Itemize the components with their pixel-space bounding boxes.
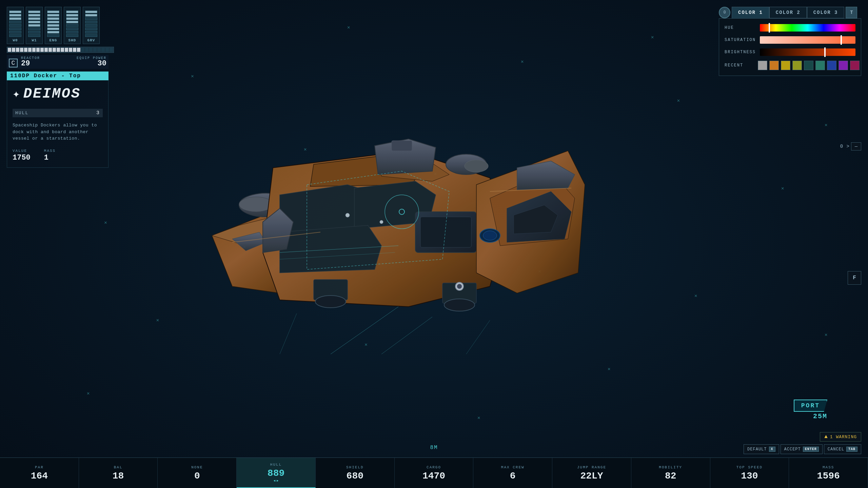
brightness-label: BRIGHTNESS — [725, 50, 755, 55]
stat-jump-range[interactable]: JUMP RANGE 22LY — [552, 458, 631, 488]
color-tab-1[interactable]: COLOR 1 — [732, 7, 769, 18]
reactor-c-badge: C — [9, 59, 18, 67]
recent-swatch-7[interactable] — [839, 61, 848, 70]
stat-bal-label: BAL — [114, 465, 123, 469]
cancel-button[interactable]: CANCEL TAB — [824, 444, 861, 454]
default-button[interactable]: DEFAULT X — [744, 444, 779, 454]
color-tab-2[interactable]: COLOR 2 — [769, 7, 807, 18]
mass-label: MASS — [44, 149, 56, 153]
accept-button[interactable]: ACCEPT ENTER — [781, 444, 823, 454]
svg-point-28 — [346, 213, 350, 217]
f-button[interactable]: F — [848, 271, 861, 285]
hue-slider[interactable] — [760, 24, 855, 32]
value-stat: VALUE 1750 — [13, 149, 31, 162]
stat-bal-value: 18 — [113, 471, 124, 481]
cross-marker: ✕ — [781, 185, 784, 191]
warning-text: 1 WARNING — [830, 434, 857, 440]
recent-swatch-1[interactable] — [769, 61, 779, 70]
recent-swatch-3[interactable] — [792, 61, 802, 70]
stat-mobility-value: 82 — [665, 471, 676, 481]
bottom-stats-bar: PAR 164 BAL 18 NONE 0 HULL 889 ◀ ▶ SHIEL… — [0, 458, 868, 488]
warning-icon: ▲ — [824, 434, 828, 440]
weapon-slot-w0-label: W0 — [13, 38, 18, 42]
weapon-slot-w1[interactable]: W1 — [26, 7, 43, 44]
stat-cargo-label: CARGO — [427, 465, 441, 469]
svg-rect-14 — [392, 141, 412, 151]
stat-none-label: NONE — [191, 465, 203, 469]
arrow-minus-btn[interactable]: — — [851, 142, 861, 150]
stat-mobility[interactable]: MOBILITY 82 — [631, 458, 710, 488]
ship-name-text: 110DP Docker - Top — [10, 73, 81, 79]
cancel-key: TAB — [846, 447, 857, 452]
stat-hull-value: 889 — [268, 469, 284, 478]
stat-max-crew[interactable]: MAX CREW 6 — [473, 458, 552, 488]
weapon-slot-w0[interactable]: W0 — [7, 7, 24, 44]
saturation-row: SATURATION — [725, 36, 855, 44]
mass-stat: MASS 1 — [44, 149, 56, 162]
ship-description: Spaceship Dockers allow you to dock with… — [13, 122, 103, 142]
stat-max-crew-value: 6 — [510, 471, 516, 481]
recent-colors — [758, 61, 860, 70]
stat-hull-arrows: ◀ ▶ — [274, 479, 279, 483]
ship-logo: ✦ DEIMOS — [13, 86, 103, 102]
stat-mass-value: 1596 — [817, 471, 840, 481]
arrow-buttons: — — [851, 142, 861, 150]
power-bar — [7, 47, 114, 53]
recent-swatch-0[interactable] — [758, 61, 767, 70]
accept-label: ACCEPT — [784, 447, 801, 452]
stat-max-crew-label: MAX CREW — [501, 465, 525, 469]
weapon-slots-container: W0 W1 — [7, 7, 108, 44]
weapon-slot-grv[interactable]: GRV — [83, 7, 100, 44]
reactor-row: C REACTOR 29 EQUIP POWER 30 — [7, 55, 108, 69]
stat-hull-label: HULL — [270, 463, 282, 467]
accept-key: ENTER — [803, 447, 819, 452]
stat-mass[interactable]: MASS 1596 — [789, 458, 868, 488]
port-distance: 25M — [794, 412, 827, 420]
stat-none[interactable]: NONE 0 — [158, 458, 237, 488]
recent-swatch-5[interactable] — [815, 61, 825, 70]
recent-swatch-2[interactable] — [781, 61, 790, 70]
value-label: VALUE — [13, 149, 31, 153]
action-buttons: DEFAULT X ACCEPT ENTER CANCEL TAB — [744, 444, 861, 454]
stat-shield-label: SHIELD — [346, 465, 364, 469]
color-tab-3[interactable]: COLOR 3 — [807, 7, 845, 18]
port-label: PORT — [794, 400, 827, 412]
recent-row: RECENT — [725, 61, 855, 70]
arrow-control: 0 > — — [840, 142, 861, 150]
brightness-row: BRIGHTNESS — [725, 48, 855, 56]
stat-par[interactable]: PAR 164 — [0, 458, 79, 488]
weapon-slot-shd[interactable]: SHD — [64, 7, 81, 44]
color-tab-2-label: COLOR 2 — [776, 10, 801, 15]
color-circle-label: 0 — [723, 10, 726, 15]
stat-top-speed[interactable]: TOP SPEED 130 — [710, 458, 789, 488]
weapon-slot-eng[interactable]: ENG — [45, 7, 62, 44]
color-tab-t[interactable]: T — [846, 7, 857, 18]
stat-bal[interactable]: BAL 18 — [79, 458, 158, 488]
left-panel: W0 W1 — [7, 7, 108, 168]
weapon-slot-eng-label: ENG — [50, 38, 57, 42]
equip-power-col: EQUIP POWER 30 — [77, 56, 106, 67]
value-number: 1750 — [13, 154, 31, 162]
recent-swatch-8[interactable] — [850, 61, 860, 70]
arrow-right: ▶ — [277, 479, 278, 483]
cancel-label: CANCEL — [828, 447, 844, 452]
stat-hull[interactable]: HULL 889 ◀ ▶ — [237, 458, 316, 488]
color-circle-btn[interactable]: 0 — [719, 7, 730, 18]
recent-label: RECENT — [725, 63, 755, 68]
svg-rect-12 — [420, 217, 471, 247]
saturation-slider[interactable] — [760, 36, 855, 44]
recent-swatch-4[interactable] — [804, 61, 813, 70]
stat-cargo-value: 1470 — [422, 471, 445, 481]
power-bar-row — [7, 47, 108, 53]
saturation-label: SATURATION — [725, 38, 755, 42]
svg-line-41 — [381, 317, 432, 354]
brightness-slider[interactable] — [760, 48, 855, 56]
ship-viewport — [85, 17, 712, 454]
grid-value: 8M — [430, 445, 438, 451]
hue-label: HUE — [725, 25, 755, 30]
weapon-slot-w1-label: W1 — [32, 38, 37, 42]
stat-shield[interactable]: SHIELD 680 — [316, 458, 395, 488]
stat-par-label: PAR — [35, 465, 44, 469]
recent-swatch-6[interactable] — [827, 61, 836, 70]
stat-cargo[interactable]: CARGO 1470 — [395, 458, 474, 488]
